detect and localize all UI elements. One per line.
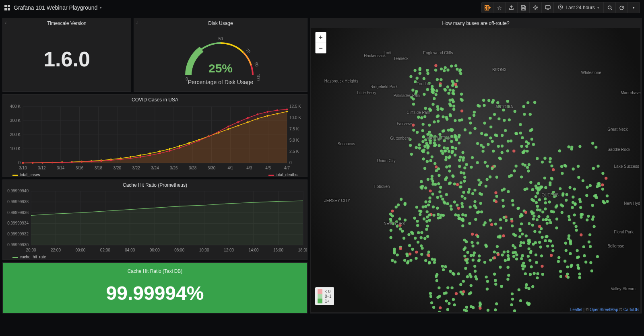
svg-point-753	[578, 276, 581, 279]
panel-bus-map[interactable]: How many buses are off-route? + − LodiHa…	[310, 18, 642, 313]
svg-point-469	[423, 237, 426, 240]
svg-point-590	[544, 201, 547, 204]
svg-point-582	[549, 160, 551, 163]
save-button[interactable]	[518, 2, 530, 13]
svg-point-957	[499, 266, 502, 268]
svg-point-465	[423, 217, 425, 220]
panel-timescale-version[interactable]: i Timescale Version 1.6.0	[2, 18, 131, 92]
map-dots	[311, 28, 640, 312]
svg-point-182	[434, 64, 437, 67]
svg-point-581	[514, 246, 516, 249]
svg-point-659	[480, 193, 483, 196]
svg-point-333	[435, 165, 438, 168]
svg-point-859	[468, 117, 471, 120]
refresh-button[interactable]	[616, 2, 628, 13]
svg-text:3/10: 3/10	[19, 166, 27, 170]
panel-disk-usage[interactable]: i Disk Usage 0 50 75	[134, 18, 308, 92]
map-canvas[interactable]: + − LodiHackensackTeaneckEnglewood Cliff…	[311, 28, 640, 312]
svg-point-205	[443, 146, 446, 149]
svg-point-751	[589, 261, 592, 264]
svg-point-853	[481, 150, 484, 153]
svg-point-771	[523, 188, 526, 191]
svg-point-651	[479, 181, 482, 184]
star-button[interactable]: ☆	[493, 2, 506, 13]
svg-point-408	[442, 129, 445, 132]
svg-point-827	[476, 142, 479, 145]
svg-point-301	[437, 213, 440, 216]
svg-point-397	[456, 183, 459, 186]
svg-point-190	[424, 107, 427, 110]
svg-text:22:00: 22:00	[51, 248, 61, 252]
svg-point-693	[596, 255, 599, 258]
svg-point-688	[588, 241, 590, 243]
svg-point-599	[465, 163, 468, 166]
svg-point-289	[420, 116, 423, 119]
svg-point-964	[450, 287, 453, 289]
svg-point-831	[469, 122, 472, 124]
settings-button[interactable]	[530, 2, 542, 13]
svg-point-697	[536, 272, 539, 275]
svg-text:4/1: 4/1	[227, 166, 233, 170]
svg-point-876	[429, 292, 432, 295]
tv-mode-button[interactable]	[542, 2, 554, 13]
zoom-out-button[interactable]	[604, 2, 616, 13]
svg-point-722	[573, 213, 576, 216]
svg-point-549	[511, 199, 514, 202]
svg-point-856	[525, 140, 528, 143]
svg-point-520	[514, 165, 517, 167]
svg-point-612	[538, 225, 541, 228]
svg-point-963	[466, 261, 469, 264]
svg-point-770	[568, 234, 570, 237]
svg-point-200	[426, 72, 429, 75]
svg-point-534	[535, 254, 537, 256]
svg-point-837	[498, 105, 501, 107]
svg-point-278	[409, 75, 412, 78]
svg-point-941	[486, 288, 489, 291]
svg-text:3/30: 3/30	[208, 166, 216, 170]
svg-point-240	[460, 118, 463, 121]
svg-point-626	[539, 245, 542, 248]
svg-point-703	[533, 230, 536, 233]
svg-text:0: 0	[289, 161, 292, 165]
svg-point-299	[429, 190, 431, 192]
svg-point-747	[530, 198, 533, 201]
svg-point-629	[477, 235, 479, 238]
svg-text:3/22: 3/22	[132, 166, 140, 170]
svg-point-698	[576, 249, 578, 252]
svg-point-907	[469, 273, 471, 276]
panel-cache-taxi[interactable]: Cache Hit Ratio (Taxi DB) 99.99994%	[2, 262, 308, 313]
svg-point-392	[421, 129, 424, 132]
svg-point-244	[440, 107, 442, 110]
svg-point-860	[526, 150, 528, 153]
svg-point-632	[527, 169, 530, 172]
svg-point-419	[444, 150, 447, 153]
svg-point-417	[451, 146, 454, 148]
svg-point-841	[492, 150, 495, 153]
add-panel-button[interactable]	[481, 2, 493, 13]
svg-point-291	[438, 144, 440, 147]
svg-text:16:00: 16:00	[273, 248, 283, 252]
svg-point-267	[460, 93, 463, 95]
svg-point-786	[525, 235, 528, 237]
svg-point-975	[479, 301, 481, 304]
svg-point-243	[412, 103, 415, 105]
svg-point-908	[479, 307, 481, 309]
time-range-picker[interactable]: Last 24 hours ▾	[554, 2, 604, 13]
share-button[interactable]	[506, 2, 518, 13]
panel-cache-prometheus[interactable]: Cache Hit Ratio (Prometheus) 0.999999300…	[2, 179, 308, 260]
info-icon[interactable]: i	[5, 20, 6, 25]
svg-point-814	[501, 144, 504, 147]
info-icon[interactable]: i	[136, 20, 138, 25]
svg-point-578	[546, 222, 549, 225]
svg-point-968	[452, 298, 455, 301]
dashboard-title-dropdown[interactable]: Grafana 101 Webinar Playground ▾	[14, 4, 102, 11]
svg-point-454	[416, 220, 419, 223]
svg-point-191	[415, 77, 418, 80]
svg-point-483	[395, 220, 398, 223]
panel-covid-cases[interactable]: COVID Cases in USA 0100 K200 K300 K400 K…	[2, 94, 308, 177]
svg-point-348	[433, 162, 436, 165]
svg-point-230	[431, 85, 433, 88]
svg-point-548	[461, 225, 464, 227]
svg-point-609	[490, 223, 493, 226]
refresh-interval-button[interactable]: ▾	[628, 2, 640, 13]
